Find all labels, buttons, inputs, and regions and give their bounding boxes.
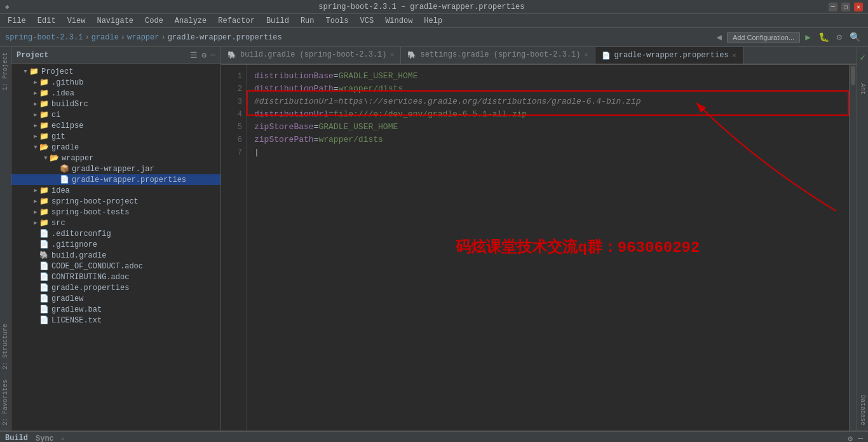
menu-tools[interactable]: Tools <box>321 15 354 27</box>
close-button[interactable]: ✕ <box>854 3 863 11</box>
tree-item-idea-folder[interactable]: ▶ 📁 idea <box>11 185 220 196</box>
bottom-collapse-icon[interactable]: — <box>858 434 863 443</box>
tree-item-gradlew-bat[interactable]: ▶ 📄 gradlew.bat <box>11 304 220 315</box>
tree-item-gitignore[interactable]: ▶ 📄 .gitignore <box>11 239 220 250</box>
tree-item-gradle-wrapper-properties[interactable]: ▶ 📄 gradle-wrapper.properties <box>11 174 220 185</box>
main-area: 1: Project 2: Structure 2: Favorites Pro… <box>0 47 868 431</box>
menu-file[interactable]: File <box>3 15 31 27</box>
tree-item-eclipse[interactable]: ▶ 📁 eclipse <box>11 120 220 131</box>
editor-scrollbar[interactable] <box>849 65 857 431</box>
tree-item-src[interactable]: ▶ 📁 src <box>11 218 220 228</box>
tab-gradle-wrapper-properties[interactable]: 📄 gradle-wrapper.properties ✕ <box>595 47 743 64</box>
code-line-1: distributionBase=GRADLE_USER_HOME <box>254 70 841 83</box>
menu-run[interactable]: Run <box>295 15 320 27</box>
tree-item-build-gradle[interactable]: ▶ 🐘 build.gradle <box>11 250 220 261</box>
toolbar: spring-boot-2.3.1 › gradle › wrapper › g… <box>0 28 868 47</box>
tab-close-properties[interactable]: ✕ <box>733 52 736 59</box>
window-controls: — ❐ ✕ <box>829 3 863 11</box>
tree-item-spring-boot-project[interactable]: ▶ 📁 spring-boot-project <box>11 196 220 207</box>
tab-settings-gradle[interactable]: 🐘 settings.gradle (spring-boot-2.3.1) ✕ <box>401 47 595 64</box>
breadcrumb: spring-boot-2.3.1 › gradle › wrapper › g… <box>5 33 711 42</box>
tree-item-license[interactable]: ▶ 📄 LICENSE.txt <box>11 315 220 326</box>
bottom-tab-sync-close[interactable]: ✕ <box>61 436 65 443</box>
code-line-2: distributionPath=wrapper/dists <box>254 83 841 95</box>
tab-close-build-gradle[interactable]: ✕ <box>390 51 394 59</box>
sidebar-label-project[interactable]: 1: Project <box>1 47 10 95</box>
menu-bar: File Edit View Navigate Code Analyze Ref… <box>0 14 868 28</box>
debug-icon[interactable]: 🐛 <box>816 31 832 44</box>
code-editor[interactable]: distributionBase=GRADLE_USER_HOME distri… <box>247 65 849 431</box>
menu-edit[interactable]: Edit <box>32 15 61 27</box>
project-panel-title: Project <box>17 51 48 60</box>
tree-item-github[interactable]: ▶ 📁 .github <box>11 77 220 88</box>
tree-item-ci[interactable]: ▶ 📁 ci <box>11 109 220 120</box>
settings-icon[interactable]: ⚙ <box>834 31 844 44</box>
left-sidebar: 1: Project 2: Structure 2: Favorites <box>0 47 11 431</box>
sidebar-label-favorites[interactable]: 2: Favorites <box>1 375 10 431</box>
project-panel-header: Project ☰ ⚙ — <box>11 47 220 64</box>
menu-window[interactable]: Window <box>380 15 417 27</box>
sidebar-label-database[interactable]: Database <box>858 390 867 431</box>
editor-area: 🐘 build.gradle (spring-boot-2.3.1) ✕ 🐘 s… <box>221 47 857 431</box>
tree-item-spring-boot-tests[interactable]: ▶ 📁 spring-boot-tests <box>11 207 220 218</box>
run-icon[interactable]: ▶ <box>803 31 813 44</box>
menu-navigate[interactable]: Navigate <box>92 15 139 27</box>
tab-close-settings-gradle[interactable]: ✕ <box>585 51 588 59</box>
project-panel: Project ☰ ⚙ — ▼ 📁 Project ▶ 📁 .github <box>11 47 221 431</box>
menu-refactor[interactable]: Refactor <box>213 15 260 27</box>
watermark: 码炫课堂技术交流q群：963060292 <box>456 242 700 254</box>
sidebar-label-structure[interactable]: 2: Structure <box>1 319 10 375</box>
right-sidebar: ✓ Ant Database <box>857 47 868 431</box>
menu-view[interactable]: View <box>62 15 91 27</box>
app-logo: ◆ <box>5 3 10 11</box>
project-settings-icon[interactable]: ☰ <box>190 50 198 60</box>
bottom-settings-icon[interactable]: ⚙ <box>848 434 853 443</box>
code-line-4: distributionUrl=file:///e:/dev_env/gradl… <box>254 108 841 121</box>
bottom-tab-sync[interactable]: Sync ✕ <box>36 434 65 443</box>
tree-item-project[interactable]: ▼ 📁 Project <box>11 66 220 77</box>
navigate-back-icon[interactable]: ◀ <box>714 31 724 44</box>
tree-item-editorconfig[interactable]: ▶ 📄 .editorconfig <box>11 228 220 239</box>
tree-item-code-of-conduct[interactable]: ▶ 📄 CODE_OF_CONDUCT.adoc <box>11 261 220 272</box>
breadcrumb-root[interactable]: spring-boot-2.3.1 <box>5 33 83 42</box>
add-configuration-button[interactable]: Add Configuration... <box>727 32 800 43</box>
tree-item-gradle-properties[interactable]: ▶ 📄 gradle.properties <box>11 282 220 293</box>
bottom-panel: Build Sync ✕ ⚙ — ⊗ spring-boot-2.3.1: 17… <box>0 431 868 442</box>
tree-item-contributing[interactable]: ▶ 📄 CONTRIBUTING.adoc <box>11 272 220 282</box>
tree-item-git[interactable]: ▶ 📁 git <box>11 131 220 142</box>
bottom-panel-icons: ⚙ — <box>848 434 863 443</box>
bottom-tab-bar: Build Sync ✕ ⚙ — <box>0 432 868 442</box>
code-line-6: zipStorePath=wrapper/dists <box>254 134 841 146</box>
menu-analyze[interactable]: Analyze <box>170 15 212 27</box>
menu-help[interactable]: Help <box>419 15 447 27</box>
sidebar-label-ant[interactable]: Ant <box>858 78 867 100</box>
menu-vcs[interactable]: VCS <box>355 15 379 27</box>
minimize-button[interactable]: — <box>829 3 837 11</box>
project-header-icons: ☰ ⚙ — <box>190 50 215 60</box>
tree-item-gradle[interactable]: ▼ 📂 gradle <box>11 142 220 153</box>
editor-content[interactable]: 1 2 3 4 5 6 7 distributionBase=GRADLE_US… <box>221 65 857 431</box>
menu-build[interactable]: Build <box>261 15 294 27</box>
tab-bar: 🐘 build.gradle (spring-boot-2.3.1) ✕ 🐘 s… <box>221 47 857 65</box>
tree-item-buildsrc[interactable]: ▶ 📁 buildSrc <box>11 99 220 109</box>
project-collapse-icon[interactable]: — <box>210 50 215 60</box>
checkmark-icon: ✓ <box>857 50 867 66</box>
tree-item-wrapper[interactable]: ▼ 📂 wrapper <box>11 153 220 163</box>
restore-button[interactable]: ❐ <box>841 3 850 11</box>
line-numbers: 1 2 3 4 5 6 7 <box>221 65 247 431</box>
title-bar: ◆ spring-boot-2.3.1 – gradle-wrapper.pro… <box>0 0 868 14</box>
tab-build-gradle[interactable]: 🐘 build.gradle (spring-boot-2.3.1) ✕ <box>221 47 401 64</box>
breadcrumb-wrapper[interactable]: wrapper <box>127 33 159 42</box>
breadcrumb-file[interactable]: gradle-wrapper.properties <box>168 33 282 42</box>
bottom-tab-build[interactable]: Build <box>5 434 28 443</box>
breadcrumb-gradle[interactable]: gradle <box>92 33 119 42</box>
tree-item-idea[interactable]: ▶ 📁 .idea <box>11 88 220 99</box>
project-gear-icon[interactable]: ⚙ <box>201 50 207 60</box>
window-title: spring-boot-2.3.1 – gradle-wrapper.prope… <box>15 3 829 11</box>
code-line-7[interactable]: | <box>254 146 841 159</box>
tree-item-gradle-wrapper-jar[interactable]: ▶ 📦 gradle-wrapper.jar <box>11 163 220 174</box>
search-everywhere-icon[interactable]: 🔍 <box>847 31 863 44</box>
code-line-5: zipStoreBase=GRADLE_USER_HOME <box>254 121 841 134</box>
tree-item-gradlew[interactable]: ▶ 📄 gradlew <box>11 293 220 304</box>
menu-code[interactable]: Code <box>140 15 168 27</box>
